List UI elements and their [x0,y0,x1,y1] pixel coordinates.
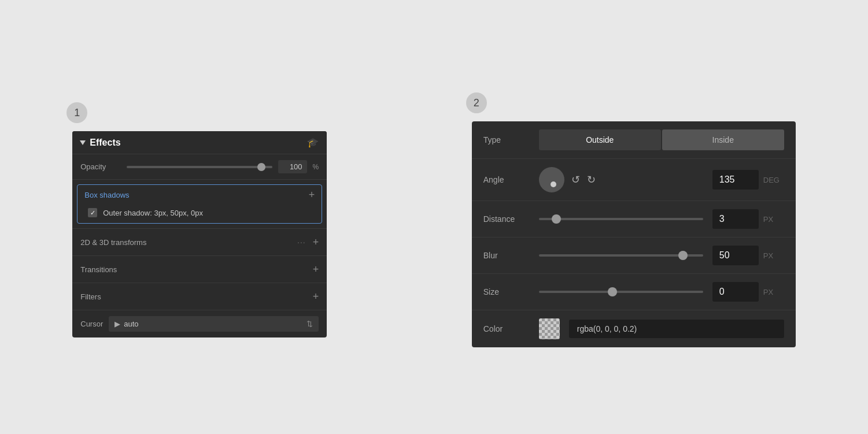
box-shadows-label: Box shadows [84,191,129,199]
size-unit: PX [763,288,784,296]
blur-slider-thumb[interactable] [678,251,688,260]
type-inside-button[interactable]: Inside [662,129,784,150]
type-row: Type Outside Inside [472,121,796,159]
size-value[interactable]: 0 [712,282,759,302]
filters-label: Filters [80,292,101,301]
opacity-value[interactable] [278,160,307,173]
blur-row: Blur 50 PX [472,238,796,274]
color-row: Color rgba(0, 0, 0, 0.2) [472,310,796,347]
angle-unit: DEG [763,176,784,184]
transitions-label: Transitions [80,265,117,274]
shadow-settings-panel: Type Outside Inside Angle ↺ ↻ 135 DEG [472,121,796,347]
distance-slider-track[interactable] [539,218,703,220]
angle-label: Angle [483,175,530,184]
add-transform-button[interactable]: + [313,237,319,247]
shadow-item: Outer shadow: 3px, 50px, 0px [77,205,322,223]
type-label: Type [483,135,530,144]
filters-row: Filters + [72,283,327,310]
size-slider-track[interactable] [539,291,703,293]
panel-title: Effects [90,138,120,148]
cursor-select[interactable]: ▶ auto ⇅ [109,316,319,332]
angle-dial[interactable] [539,167,564,192]
effects-panel: Effects 🎓 Opacity % Box shadows + Outer … [72,131,327,337]
transforms-more-icon[interactable]: ··· [297,238,306,247]
angle-value[interactable]: 135 [712,170,759,190]
distance-value[interactable]: 3 [712,209,759,229]
size-label: Size [483,287,530,296]
cursor-label: Cursor [80,320,103,328]
rotate-ccw-button[interactable]: ↺ [571,173,580,186]
angle-row: Angle ↺ ↻ 135 DEG [472,159,796,201]
add-filter-button[interactable]: + [313,291,319,302]
blur-slider-track[interactable] [539,254,703,257]
box-shadows-header: Box shadows + [77,185,322,205]
effects-panel-header: Effects 🎓 [72,131,327,154]
blur-unit: PX [763,251,784,260]
color-label: Color [483,324,530,333]
blur-label: Blur [483,251,530,260]
shadow-checkbox[interactable] [88,208,97,217]
add-box-shadow-button[interactable]: + [309,190,315,200]
collapse-icon[interactable] [80,140,86,145]
distance-slider-thumb[interactable] [552,214,561,224]
type-outside-button[interactable]: Outside [539,129,661,150]
cursor-chevron-icon: ⇅ [306,320,313,328]
distance-unit: PX [763,215,784,224]
opacity-unit: % [313,163,319,171]
rotate-cw-button[interactable]: ↻ [587,173,596,186]
opacity-slider-thumb[interactable] [257,163,265,171]
add-transition-button[interactable]: + [313,264,319,275]
step-badge-2: 2 [466,92,487,113]
type-buttons: Outside Inside [539,129,784,150]
transitions-row: Transitions + [72,255,327,283]
transforms-row: 2D & 3D transforms ··· + [72,228,327,255]
box-shadows-section: Box shadows + Outer shadow: 3px, 50px, 0… [77,184,322,224]
size-slider-thumb[interactable] [608,287,617,296]
distance-label: Distance [483,214,530,224]
cursor-arrow-icon: ▶ [114,320,120,328]
step-badge-1: 1 [67,102,87,123]
distance-row: Distance 3 PX [472,201,796,238]
angle-dot [551,181,556,187]
opacity-slider-track[interactable] [127,166,272,168]
opacity-label: Opacity [80,162,121,171]
color-value[interactable]: rgba(0, 0, 0, 0.2) [569,320,784,338]
opacity-row: Opacity % [72,154,327,180]
cursor-row: Cursor ▶ auto ⇅ [72,310,327,337]
blur-value[interactable]: 50 [712,246,759,265]
color-preview-swatch[interactable] [539,318,560,339]
transforms-label: 2D & 3D transforms [80,238,146,247]
size-row: Size 0 PX [472,274,796,310]
help-icon[interactable]: 🎓 [307,137,319,148]
cursor-value: auto [124,320,138,328]
shadow-item-text: Outer shadow: 3px, 50px, 0px [103,209,203,217]
